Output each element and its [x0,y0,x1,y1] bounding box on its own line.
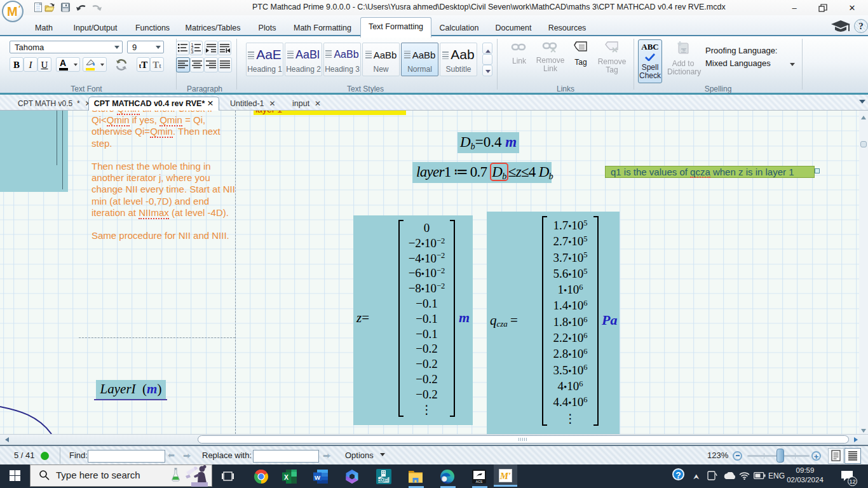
svg-text:3: 3 [191,50,194,54]
svg-text:W: W [315,474,320,481]
svg-text:A-Z: A-Z [681,49,687,53]
svg-text:X: X [284,473,288,481]
svg-text:ACS: ACS [476,480,483,484]
